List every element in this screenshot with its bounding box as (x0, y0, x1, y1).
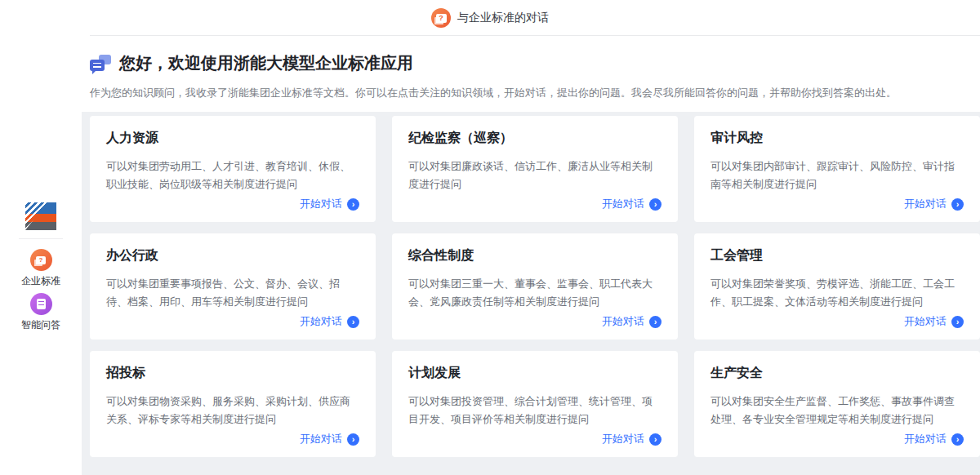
card-title: 生产安全 (710, 365, 964, 382)
topic-card[interactable]: 计划发展 可以对集团投资管理、综合计划管理、统计管理、项目开发、项目评价等相关制… (392, 351, 678, 457)
arrow-right-icon: › (347, 433, 359, 446)
start-chat-label: 开始对话 (602, 432, 644, 446)
start-chat-label: 开始对话 (602, 314, 644, 329)
sidebar-item-label: 企业标准 (21, 274, 60, 288)
start-chat-link[interactable]: 开始对话 › (904, 197, 964, 211)
card-description: 可以对集团物资采购、服务采购、采购计划、供应商关系、评标专家等相关制度进行提问 (106, 393, 359, 428)
arrow-right-icon: › (649, 433, 662, 446)
card-description: 可以对集团投资管理、综合计划管理、统计管理、项目开发、项目评价等相关制度进行提问 (408, 393, 662, 428)
topic-card[interactable]: 办公行政 可以对集团重要事项报告、公文、督办、会议、招待、档案、用印、用车等相关… (90, 233, 376, 340)
start-chat-label: 开始对话 (602, 197, 644, 211)
sidebar: ? 企业标准 智能问答 (0, 0, 82, 475)
start-chat-label: 开始对话 (904, 314, 947, 329)
zheneng-logo (25, 202, 56, 230)
start-chat-link[interactable]: 开始对话 › (904, 432, 964, 446)
topic-card[interactable]: 生产安全 可以对集团安全生产监督、工作奖惩、事故事件调查处理、各专业安全管理规定… (694, 351, 980, 457)
enterprise-standard-chat-icon: ? (431, 8, 451, 28)
arrow-right-icon: › (649, 198, 662, 211)
start-chat-label: 开始对话 (300, 197, 342, 211)
chat-bubbles-icon (90, 55, 111, 73)
start-chat-link[interactable]: 开始对话 › (602, 197, 662, 211)
topic-card[interactable]: 综合性制度 可以对集团三重一大、董事会、监事会、职工代表大会、党风廉政责任制等相… (392, 233, 678, 340)
enterprise-standard-icon: ? (30, 249, 52, 271)
welcome-section: 您好，欢迎使用浙能大模型企业标准应用 作为您的知识顾问，我收录了浙能集团企业标准… (82, 36, 980, 112)
start-chat-label: 开始对话 (904, 432, 947, 446)
header-divider (90, 35, 980, 36)
topic-card[interactable]: 审计风控 可以对集团内部审计、跟踪审计、风险防控、审计指南等相关制度进行提问 开… (694, 116, 980, 222)
card-title: 纪检监察（巡察） (408, 130, 662, 147)
arrow-right-icon: › (951, 433, 964, 446)
document-glyph (37, 299, 46, 309)
start-chat-link[interactable]: 开始对话 › (602, 314, 662, 329)
start-chat-label: 开始对话 (300, 314, 342, 329)
arrow-right-icon: › (347, 198, 359, 211)
start-chat-link[interactable]: 开始对话 › (300, 197, 359, 211)
card-description: 可以对集团安全生产监督、工作奖惩、事故事件调查处理、各专业安全管理规定等相关制度… (710, 393, 964, 428)
welcome-title: 您好，欢迎使用浙能大模型企业标准应用 (119, 52, 413, 74)
topic-card[interactable]: 人力资源 可以对集团劳动用工、人才引进、教育培训、休假、职业技能、岗位职级等相关… (90, 116, 376, 222)
main-content: 您好，欢迎使用浙能大模型企业标准应用 作为您的知识顾问，我收录了浙能集团企业标准… (82, 36, 980, 475)
card-title: 招投标 (106, 365, 359, 382)
sidebar-divider (19, 238, 63, 239)
card-grid: 人力资源 可以对集团劳动用工、人才引进、教育培训、休假、职业技能、岗位职级等相关… (90, 116, 980, 457)
start-chat-link[interactable]: 开始对话 › (300, 314, 359, 329)
header-bar: ? 与企业标准的对话 (0, 0, 980, 36)
welcome-description: 作为您的知识顾问，我收录了浙能集团企业标准等文档。你可以在点击关注的知识领域，开… (90, 86, 964, 100)
page-title: 与企业标准的对话 (457, 11, 549, 25)
logo-stripes (25, 202, 56, 230)
start-chat-label: 开始对话 (300, 432, 342, 446)
card-description: 可以对集团荣誉奖项、劳模评选、浙能工匠、工会工作、职工提案、文体活动等相关制度进… (710, 275, 964, 311)
question-mark-glyph: ? (36, 256, 46, 264)
arrow-right-icon: › (649, 316, 662, 328)
card-title: 工会管理 (710, 247, 964, 264)
arrow-right-icon: › (951, 316, 964, 328)
card-description: 可以对集团三重一大、董事会、监事会、职工代表大会、党风廉政责任制等相关制度进行提… (408, 275, 662, 311)
sidebar-nav: ? 企业标准 智能问答 (0, 202, 82, 337)
arrow-right-icon: › (347, 316, 359, 328)
sidebar-item-smart-qa[interactable]: 智能问答 (21, 293, 60, 332)
card-title: 审计风控 (710, 130, 964, 147)
start-chat-link[interactable]: 开始对话 › (602, 432, 662, 446)
question-mark-glyph: ? (436, 14, 447, 23)
start-chat-link[interactable]: 开始对话 › (904, 314, 964, 329)
app-page: ? 与企业标准的对话 ? 企业标准 智能问答 (0, 0, 980, 475)
smart-qa-icon (30, 293, 52, 315)
card-title: 计划发展 (408, 365, 662, 382)
topic-card[interactable]: 工会管理 可以对集团荣誉奖项、劳模评选、浙能工匠、工会工作、职工提案、文体活动等… (694, 233, 980, 340)
arrow-right-icon: › (951, 198, 964, 211)
card-title: 办公行政 (106, 247, 359, 264)
sidebar-item-enterprise-standard[interactable]: ? 企业标准 (21, 249, 60, 288)
chat-bubble-front (90, 60, 105, 71)
start-chat-link[interactable]: 开始对话 › (300, 432, 359, 446)
card-description: 可以对集团重要事项报告、公文、督办、会议、招待、档案、用印、用车等相关制度进行提… (106, 275, 359, 311)
topic-card[interactable]: 招投标 可以对集团物资采购、服务采购、采购计划、供应商关系、评标专家等相关制度进… (90, 351, 376, 457)
start-chat-label: 开始对话 (904, 197, 947, 211)
topic-card[interactable]: 纪检监察（巡察） 可以对集团廉政谈话、信访工作、廉洁从业等相关制度进行提问 开始… (392, 116, 678, 222)
card-description: 可以对集团劳动用工、人才引进、教育培训、休假、职业技能、岗位职级等相关制度进行提… (106, 158, 359, 193)
sidebar-item-label: 智能问答 (21, 318, 60, 332)
card-grid-section: 人力资源 可以对集团劳动用工、人才引进、教育培训、休假、职业技能、岗位职级等相关… (82, 112, 980, 475)
card-description: 可以对集团廉政谈话、信访工作、廉洁从业等相关制度进行提问 (408, 158, 662, 193)
card-title: 综合性制度 (408, 247, 662, 264)
card-title: 人力资源 (106, 130, 359, 147)
card-description: 可以对集团内部审计、跟踪审计、风险防控、审计指南等相关制度进行提问 (710, 158, 964, 193)
